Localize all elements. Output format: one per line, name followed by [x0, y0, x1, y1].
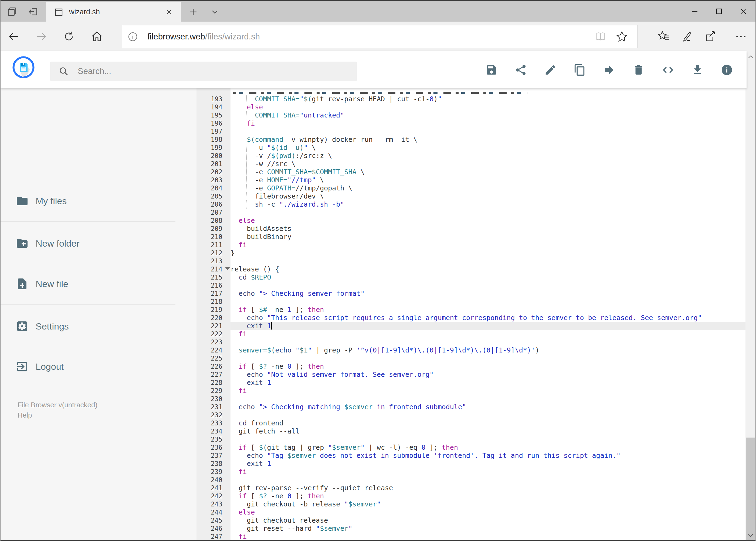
more-actions-icon[interactable]: [734, 30, 748, 43]
code-line[interactable]: else: [230, 103, 747, 111]
code-line[interactable]: exit 1: [230, 379, 747, 387]
new-tab-button[interactable]: [186, 5, 201, 19]
web-notes-pen-icon[interactable]: [680, 30, 694, 43]
code-line[interactable]: fi: [230, 533, 747, 541]
sidebar-item-settings[interactable]: Settings: [1, 313, 189, 339]
fold-marker-icon[interactable]: [225, 267, 230, 270]
code-line[interactable]: git checkout release: [230, 516, 747, 525]
code-line[interactable]: [230, 338, 747, 346]
code-line[interactable]: [230, 435, 747, 443]
code-line[interactable]: [230, 411, 747, 419]
site-info-icon[interactable]: [127, 31, 138, 42]
code-line[interactable]: git checkout -b release "$semver": [230, 500, 747, 508]
code-line[interactable]: cd $REPO: [230, 273, 747, 281]
code-button[interactable]: [662, 64, 674, 76]
code-line[interactable]: buildBinary: [230, 233, 747, 241]
code-line[interactable]: fi: [230, 119, 747, 128]
code-line[interactable]: if [ $(git tag | grep "$semver" | wc -l)…: [230, 443, 747, 452]
save-button[interactable]: [485, 64, 498, 76]
code-line[interactable]: semver=$(echo "$1" | grep -P '^v(0|[1-9]…: [230, 346, 747, 354]
favorites-hub-icon[interactable]: [656, 30, 671, 43]
scrollbar-down-icon[interactable]: [745, 530, 755, 541]
code-line[interactable]: COMMIT_SHA="untracked": [230, 111, 747, 119]
code-line[interactable]: [230, 128, 747, 136]
code-line[interactable]: -v /$(pwd):/src:z \: [230, 152, 747, 160]
scrollbar-thumb[interactable]: [746, 437, 755, 541]
filebrowser-logo[interactable]: [12, 56, 35, 78]
code-line[interactable]: COMMIT_SHA="$(git rev-parse HEAD | cut -…: [230, 95, 747, 103]
tab-preview-chevron-icon[interactable]: [207, 5, 222, 19]
info-button[interactable]: [721, 64, 733, 76]
move-button[interactable]: [603, 64, 616, 76]
share-button[interactable]: [515, 64, 527, 76]
code-line[interactable]: if [ $# -ne 1 ]; then: [230, 306, 747, 314]
copy-button[interactable]: [574, 64, 586, 76]
address-bar[interactable]: filebrowser.web/files/wizard.sh: [122, 25, 637, 48]
code-line[interactable]: git fetch --all: [230, 427, 747, 435]
set-tabs-aside-icon[interactable]: [5, 5, 20, 19]
code-line[interactable]: echo "Tag $semver does not exist in subm…: [230, 452, 747, 460]
sidebar-item-my-files[interactable]: My files: [1, 188, 189, 214]
browser-tab[interactable]: wizard.sh: [46, 2, 181, 22]
code-line[interactable]: [230, 297, 747, 306]
home-icon[interactable]: [90, 30, 104, 43]
code-line[interactable]: git reset --hard "$semver": [230, 525, 747, 533]
code-line[interactable]: else: [230, 217, 747, 225]
sidebar-item-new-file[interactable]: New file: [1, 271, 189, 297]
code-line[interactable]: [230, 354, 747, 362]
code-line[interactable]: $(command -v winpty) docker run --rm -it…: [230, 136, 747, 144]
delete-button[interactable]: [632, 64, 645, 76]
code-line[interactable]: cd frontend: [230, 419, 747, 427]
url-text[interactable]: filebrowser.web/files/wizard.sh: [147, 32, 595, 42]
code-line[interactable]: [230, 476, 747, 484]
code-line[interactable]: if [ $? -ne 0 ]; then: [230, 362, 747, 370]
code-line[interactable]: }: [230, 249, 747, 257]
code-line[interactable]: -w //src \: [230, 160, 747, 168]
forward-icon[interactable]: [35, 30, 48, 43]
help-link[interactable]: Help: [18, 411, 32, 419]
code-line[interactable]: [230, 257, 747, 265]
code-editor[interactable]: 1931941951961971981992002012022032042052…: [196, 88, 747, 541]
editor-code-area[interactable]: COMMIT_SHA="$(git rev-parse HEAD | cut -…: [230, 88, 747, 541]
download-button[interactable]: [691, 64, 704, 76]
code-line[interactable]: echo "Not valid semver format. See semve…: [230, 370, 747, 379]
code-line[interactable]: filebrowser/dev \: [230, 192, 747, 201]
code-line[interactable]: exit 1: [230, 460, 747, 468]
code-line[interactable]: echo "> Checking matching $semver in fro…: [230, 403, 747, 411]
code-line[interactable]: echo "This release script requires a sin…: [230, 314, 747, 322]
code-line[interactable]: fi: [230, 387, 747, 395]
sidebar-item-logout[interactable]: Logout: [1, 353, 189, 379]
favorite-star-icon[interactable]: [616, 31, 628, 43]
code-line[interactable]: [230, 281, 747, 289]
code-line[interactable]: if [ $? -ne 0 ]; then: [230, 492, 747, 500]
code-line[interactable]: else: [230, 508, 747, 516]
page-scrollbar[interactable]: [745, 51, 755, 541]
code-line[interactable]: release () {: [230, 265, 747, 273]
code-line[interactable]: [230, 395, 747, 403]
code-line[interactable]: fi: [230, 330, 747, 338]
maximize-button[interactable]: [707, 1, 731, 22]
back-icon[interactable]: [7, 30, 21, 43]
edit-button[interactable]: [544, 64, 557, 76]
code-line[interactable]: echo "> Checking semver format": [230, 289, 747, 297]
sidebar-item-new-folder[interactable]: New folder: [1, 231, 189, 256]
code-line[interactable]: fi: [230, 241, 747, 249]
close-button[interactable]: [731, 1, 755, 22]
scrollbar-up-icon[interactable]: [745, 51, 755, 63]
code-line[interactable]: sh -c "./wizard.sh -b": [230, 201, 747, 209]
code-line[interactable]: git rev-parse --verify --quiet release: [230, 484, 747, 492]
code-line[interactable]: -e HOME="//tmp" \: [230, 176, 747, 184]
reading-view-icon[interactable]: [595, 31, 607, 43]
code-line[interactable]: -u "$(id -u)" \: [230, 144, 747, 152]
tab-close-icon[interactable]: [164, 7, 174, 17]
refresh-icon[interactable]: [62, 30, 76, 43]
code-line[interactable]: buildAssets: [230, 225, 747, 233]
code-line[interactable]: [230, 209, 747, 217]
restore-tabs-icon[interactable]: [25, 5, 41, 19]
minimize-button[interactable]: [682, 1, 707, 22]
code-line[interactable]: -e COMMIT_SHA=$COMMIT_SHA \: [230, 168, 747, 176]
search-input[interactable]: Search...: [50, 62, 357, 81]
code-line[interactable]: fi: [230, 468, 747, 476]
share-page-icon[interactable]: [702, 30, 717, 43]
code-line[interactable]: -e GOPATH=//tmp/gopath \: [230, 184, 747, 192]
